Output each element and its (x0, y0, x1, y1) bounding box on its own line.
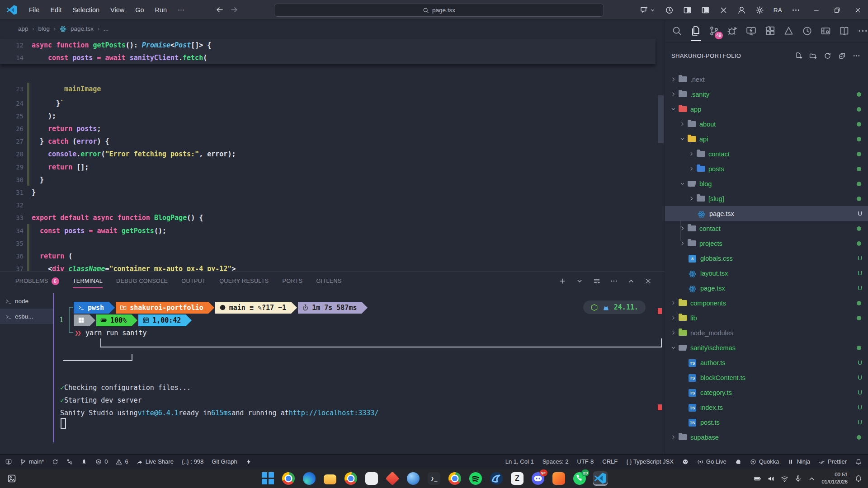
activity-more-icon[interactable] (858, 25, 868, 37)
close-icon[interactable] (854, 7, 861, 14)
terminal-instance-node[interactable]: node (0, 293, 53, 309)
activity-database-icon[interactable] (821, 25, 831, 37)
tree-item-about[interactable]: about (665, 117, 868, 131)
status-item-spaces-2[interactable]: Spaces: 2 (542, 458, 569, 465)
account-icon[interactable] (737, 6, 746, 14)
command-center-search[interactable]: page.tsx (274, 4, 604, 17)
activity-docs-icon[interactable] (839, 25, 850, 37)
status-item-quokka[interactable]: Quokka (750, 458, 779, 465)
menu-item-file[interactable]: File (24, 5, 45, 15)
taskbar-app-white-app[interactable] (364, 471, 379, 486)
breadcrumb-item[interactable]: page.tsx (71, 25, 94, 32)
restore-icon[interactable] (834, 7, 840, 14)
more-icon[interactable] (853, 52, 860, 60)
tree-item-api[interactable]: api (665, 131, 868, 146)
breadcrumb-item[interactable]: app (18, 25, 28, 32)
menu-item-run[interactable]: Run (150, 5, 173, 15)
tree-item-node_modules[interactable]: node_modules (665, 325, 868, 340)
tray-wifi-icon[interactable] (781, 474, 788, 482)
activity-debug-icon[interactable] (727, 25, 738, 37)
taskbar-app-blue-sphere-app[interactable] (406, 471, 420, 486)
chevron-down-icon[interactable] (650, 7, 656, 13)
activity-history-search-icon[interactable] (802, 25, 812, 37)
tree-item-[slug][interactable]: [slug] (665, 191, 868, 206)
taskbar-app-chrome[interactable] (281, 471, 296, 486)
forward-arrow-icon[interactable] (230, 5, 239, 14)
taskbar-app-orange-app[interactable] (552, 471, 566, 486)
remote-monitor-icon[interactable] (746, 26, 756, 36)
history-icon[interactable] (665, 6, 674, 14)
status-item[interactable] (5, 459, 12, 465)
copilot-group[interactable] (640, 6, 656, 14)
status-item-go-live[interactable]: Go Live (697, 458, 726, 465)
taskbar-app-red-diamond-app[interactable] (385, 471, 400, 486)
status-item[interactable] (81, 459, 87, 465)
notification-bell-icon[interactable] (854, 474, 863, 483)
widgets-icon[interactable] (7, 474, 16, 483)
tree-item-supabase[interactable]: supabase (665, 430, 868, 445)
status-item[interactable] (245, 459, 252, 465)
terminal-instance-esbu[interactable]: esbu... (0, 309, 53, 324)
status-item-main-[interactable]: main* (20, 458, 44, 465)
status-item-live-share[interactable]: Live Share (137, 458, 174, 465)
breadcrumb-item[interactable]: ... (104, 25, 108, 32)
search-icon[interactable] (672, 26, 682, 36)
taskbar-app-start-button[interactable] (260, 471, 275, 486)
menu-item-selection[interactable]: Selection (67, 5, 105, 15)
tree-item-.next[interactable]: .next (665, 72, 868, 87)
activity-remote-monitor-icon[interactable] (746, 25, 757, 37)
battery-full-icon[interactable] (754, 475, 761, 483)
more-icon[interactable] (858, 26, 868, 36)
minimize-button[interactable] (806, 0, 826, 20)
status-item-0[interactable]: 0 (95, 458, 108, 465)
tray-battery-full-icon[interactable] (754, 474, 761, 482)
profile-initials[interactable]: RA (774, 7, 782, 14)
tree-item-lib[interactable]: lib (665, 310, 868, 325)
taskbar-app-z-app[interactable]: Z (510, 471, 524, 486)
panel-tab-problems[interactable]: PROBLEMS6 (15, 277, 59, 285)
menu-item-go[interactable]: Go (130, 5, 149, 15)
activity-extensions-icon[interactable] (764, 25, 775, 37)
tree-item-page.tsx[interactable]: page.tsxU (665, 206, 868, 221)
tree-item-app[interactable]: app (665, 102, 868, 117)
tree-item-contact[interactable]: contact (665, 146, 868, 161)
status-item--998[interactable]: {..} : 998 (182, 458, 203, 465)
copilot-icon[interactable] (640, 6, 648, 14)
tree-item-category.ts[interactable]: TScategory.tsU (665, 385, 868, 400)
activity-source-control-icon[interactable]: 49 (708, 25, 719, 37)
debug-icon[interactable] (727, 26, 738, 36)
tree-item-index.ts[interactable]: TSindex.tsU (665, 400, 868, 415)
status-item--typescript-jsx[interactable]: { } TypeScript JSX (626, 458, 674, 465)
terminal-output[interactable]: pwshshakuroi-portfoliomain ≡ ✎?17 ~11m 7… (54, 272, 665, 454)
menu-item-edit[interactable]: Edit (45, 5, 67, 15)
code-editor[interactable]: 23mainImage24}`25);26return posts;27} ca… (0, 38, 665, 271)
taskbar-app-chrome-profile[interactable] (344, 471, 358, 486)
wifi-icon[interactable] (781, 475, 788, 483)
taskbar-app-terminal-app[interactable]: ❯_ (427, 471, 441, 486)
activity-files-icon[interactable] (690, 25, 701, 37)
split-editor-icon[interactable] (683, 6, 692, 14)
tray-mic-icon[interactable] (794, 474, 802, 482)
breadcrumb-item[interactable]: blog (38, 25, 50, 32)
tree-item-sanity-schemas[interactable]: sanity\schemas (665, 340, 868, 355)
status-item[interactable] (52, 459, 58, 465)
bell-icon[interactable] (855, 475, 862, 482)
taskbar-app-spotify[interactable] (468, 471, 483, 486)
close-icon[interactable] (719, 6, 728, 14)
mic-icon[interactable] (794, 475, 802, 483)
status-item-utf-8[interactable]: UTF-8 (577, 458, 594, 465)
tree-item-page.tsx[interactable]: page.tsxU (665, 281, 868, 296)
status-item[interactable] (682, 459, 689, 465)
refresh-icon[interactable] (824, 52, 831, 60)
status-item[interactable] (66, 459, 73, 465)
tree-item-post.ts[interactable]: TSpost.tsU (665, 415, 868, 430)
tree-item-author.ts[interactable]: TSauthor.tsU (665, 355, 868, 370)
tray-volume-icon[interactable] (767, 474, 775, 482)
chevron-up-icon[interactable] (808, 475, 816, 483)
gear-icon[interactable] (755, 6, 764, 14)
collapse-all-icon[interactable] (838, 52, 846, 60)
tree-item-components[interactable]: components (665, 296, 868, 310)
taskbar-app-vscode[interactable] (593, 471, 608, 486)
tree-item-layout.tsx[interactable]: layout.tsxU (665, 266, 868, 281)
taskbar-app-whatsapp[interactable]: 23 (572, 471, 587, 486)
